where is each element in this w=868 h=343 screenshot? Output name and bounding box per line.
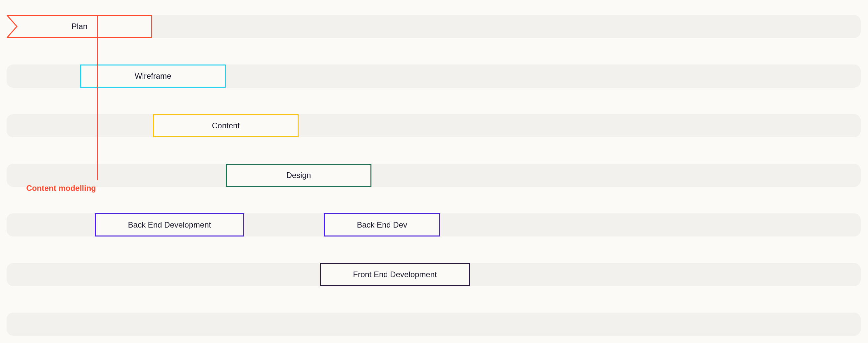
content-modelling-marker-label: Content modelling [13,183,96,193]
task-plan: Plan [7,15,152,38]
task-design: Design [226,164,371,187]
gantt-track [7,313,861,336]
task-label: Design [286,171,311,180]
task-label: Front End Development [353,270,437,279]
plan-chevron-border [7,15,18,38]
gantt-track [7,114,861,137]
task-label: Plan [71,22,87,31]
content-modelling-marker-line [97,15,98,180]
task-label: Wireframe [135,71,172,81]
task-label: Content [212,121,240,130]
task-frontend-dev: Front End Development [320,263,470,286]
task-label: Back End Dev [357,220,407,230]
task-label: Back End Development [128,220,211,230]
gantt-track [7,164,861,187]
task-wireframe: Wireframe [80,65,226,88]
task-backend-dev-1: Back End Development [95,213,244,237]
task-backend-dev-2: Back End Dev [324,213,440,237]
task-content: Content [153,114,299,137]
